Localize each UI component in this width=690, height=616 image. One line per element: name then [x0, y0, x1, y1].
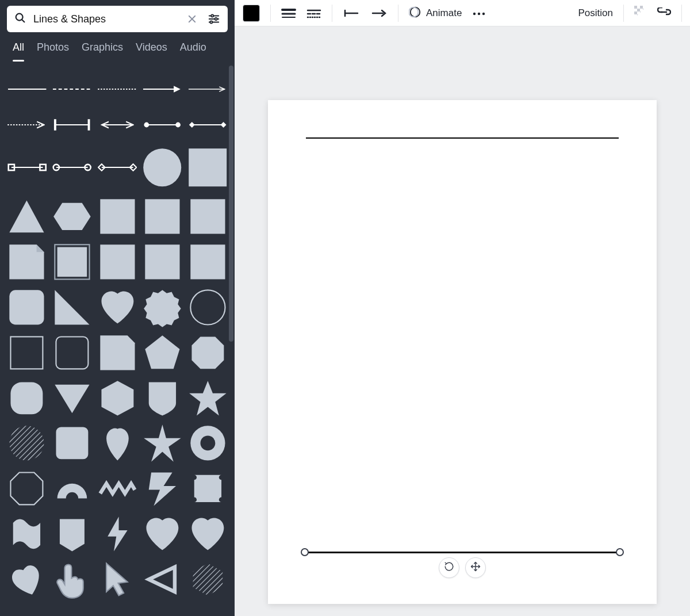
- triangle-down[interactable]: [52, 378, 92, 418]
- color-swatch-icon: [243, 5, 260, 22]
- diamond-ends-line[interactable]: [187, 112, 228, 138]
- resize-handle-left[interactable]: [301, 548, 309, 556]
- canvas-area[interactable]: [235, 26, 690, 616]
- tab-all[interactable]: All: [13, 41, 24, 62]
- heart-tilted[interactable]: [7, 560, 47, 599]
- seal-badge[interactable]: [143, 288, 182, 327]
- svg-rect-80: [637, 9, 640, 12]
- dotted-arrow-line[interactable]: [7, 112, 47, 138]
- octagon[interactable]: [188, 333, 228, 373]
- rounded-square[interactable]: [7, 288, 47, 327]
- color-picker-button[interactable]: [239, 3, 263, 23]
- square-cut-corner[interactable]: [98, 333, 137, 373]
- lightning-bolt[interactable]: [98, 514, 137, 554]
- square-1[interactable]: [98, 197, 137, 236]
- rounded-square-outline[interactable]: [52, 333, 92, 373]
- bar-ends-line[interactable]: [52, 112, 92, 138]
- circle-shape[interactable]: [142, 147, 182, 188]
- zigzag[interactable]: [98, 469, 137, 508]
- tab-photos[interactable]: Photos: [37, 41, 69, 62]
- square-bevel[interactable]: [52, 242, 92, 282]
- star-5-thin[interactable]: [143, 423, 182, 463]
- pointer-hand[interactable]: [52, 560, 92, 599]
- square-fold-corner[interactable]: [7, 242, 47, 282]
- tab-videos[interactable]: Videos: [136, 41, 167, 62]
- heart-3[interactable]: [188, 514, 228, 554]
- triangle[interactable]: [7, 197, 47, 236]
- more-button[interactable]: [469, 3, 489, 23]
- double-arrow-line[interactable]: [97, 112, 137, 138]
- octagon-outline[interactable]: [7, 469, 47, 508]
- line-weight-button[interactable]: [278, 3, 300, 23]
- cursor-arrow[interactable]: [98, 560, 137, 599]
- line-end-button[interactable]: [367, 3, 391, 23]
- clear-search-icon[interactable]: [184, 11, 200, 27]
- transparency-button[interactable]: [631, 3, 650, 23]
- animate-button[interactable]: Animate: [405, 3, 465, 23]
- hexagon-vert[interactable]: [98, 378, 137, 418]
- square-ends-line[interactable]: [7, 154, 47, 181]
- square-4[interactable]: [98, 242, 137, 282]
- circle-outline[interactable]: [188, 288, 228, 327]
- search-input[interactable]: [32, 13, 178, 26]
- donut[interactable]: [188, 423, 228, 463]
- rounded-square-2[interactable]: [52, 423, 92, 463]
- svg-marker-50: [55, 384, 89, 412]
- right-triangle[interactable]: [52, 288, 92, 327]
- arrow-right-thin-line[interactable]: [187, 76, 228, 102]
- hatched-circle[interactable]: [7, 423, 47, 463]
- arrow-right-line[interactable]: [142, 76, 182, 102]
- line-start-button[interactable]: [339, 3, 363, 23]
- dot-ends-line[interactable]: [142, 112, 182, 138]
- heart-2[interactable]: [143, 514, 182, 554]
- svg-rect-78: [634, 6, 637, 9]
- results-panel: [0, 62, 235, 616]
- shield[interactable]: [143, 378, 182, 418]
- square-2[interactable]: [143, 197, 182, 236]
- wavy-badge[interactable]: [7, 514, 47, 554]
- resize-handle-right[interactable]: [616, 548, 624, 556]
- square-shape[interactable]: [187, 147, 228, 188]
- squircle[interactable]: [7, 378, 47, 418]
- square-3[interactable]: [188, 197, 228, 236]
- banner-shield[interactable]: [52, 514, 92, 554]
- svg-point-75: [478, 12, 480, 14]
- link-button[interactable]: [654, 3, 674, 23]
- ticket-square[interactable]: [188, 469, 228, 508]
- rotate-button[interactable]: [439, 557, 459, 578]
- solid-line[interactable]: [7, 76, 47, 102]
- results-scroll[interactable]: [0, 62, 235, 616]
- hexagon[interactable]: [52, 197, 92, 236]
- svg-rect-42: [9, 290, 44, 324]
- filter-icon[interactable]: [206, 11, 222, 27]
- lightning-bolt-wide[interactable]: [143, 469, 182, 508]
- svg-marker-48: [192, 336, 224, 369]
- tab-graphics[interactable]: Graphics: [82, 41, 123, 62]
- position-button[interactable]: Position: [575, 3, 616, 23]
- rotate-icon: [444, 561, 454, 574]
- selected-line-element[interactable]: [305, 552, 620, 553]
- dashed-line[interactable]: [52, 76, 92, 102]
- tab-audio[interactable]: Audio: [180, 41, 206, 62]
- move-button[interactable]: [465, 557, 486, 578]
- square-outline[interactable]: [7, 333, 47, 373]
- ellipsis-icon: [472, 8, 486, 18]
- lines-row-2: [7, 112, 228, 138]
- diamond-small-ends-line[interactable]: [97, 154, 137, 181]
- arc[interactable]: [52, 469, 92, 508]
- canvas-line-element[interactable]: [306, 137, 619, 139]
- circle-ends-line[interactable]: [52, 154, 92, 181]
- svg-point-76: [482, 12, 485, 14]
- square-5[interactable]: [143, 242, 182, 282]
- pentagon[interactable]: [143, 333, 182, 373]
- heart[interactable]: [98, 288, 137, 327]
- hexagon-hatched[interactable]: [188, 560, 228, 599]
- line-style-button[interactable]: [303, 3, 325, 23]
- context-toolbar: Animate Position: [235, 0, 690, 26]
- dotted-line[interactable]: [97, 76, 137, 102]
- canvas-page[interactable]: [268, 100, 657, 604]
- heart-narrow[interactable]: [98, 423, 137, 463]
- star-5[interactable]: [188, 378, 228, 418]
- play-triangle-outline[interactable]: [143, 560, 182, 599]
- square-6[interactable]: [188, 242, 228, 282]
